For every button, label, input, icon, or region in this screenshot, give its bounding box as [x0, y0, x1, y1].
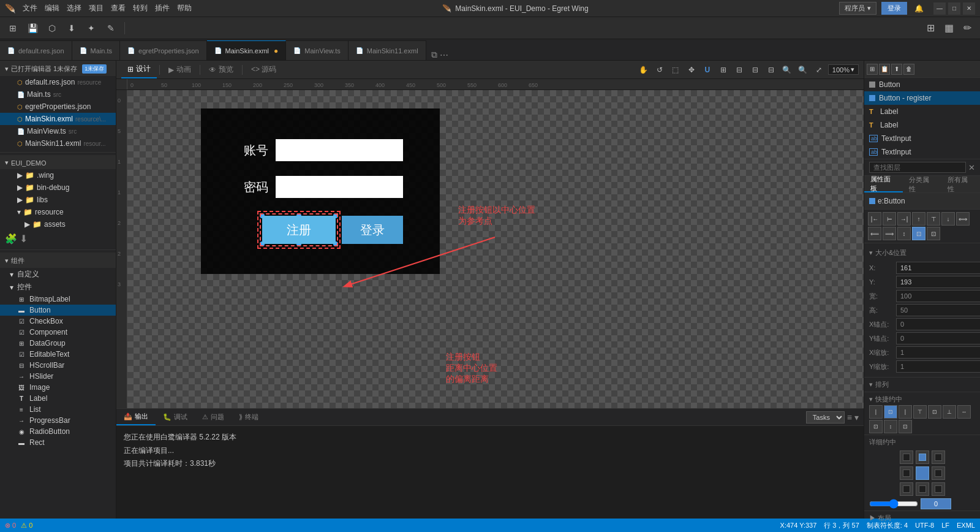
split-icon[interactable]: ⧉	[431, 50, 437, 60]
file-egret-props[interactable]: ⬡ egretProperties.json	[0, 101, 116, 113]
prop-y-input[interactable]	[896, 276, 980, 288]
project-libs[interactable]: ▶ 📁 libs	[0, 194, 116, 206]
detail-cell-center[interactable]	[916, 466, 929, 480]
bottom-tab-output[interactable]: 📤 输出	[116, 409, 156, 425]
menu-view[interactable]: 查看	[111, 3, 126, 13]
menu-edit[interactable]: 编辑	[45, 3, 59, 13]
maximize-button[interactable]: □	[948, 2, 960, 15]
grid1-btn[interactable]: ⊞	[717, 63, 730, 77]
layer-textinput-2[interactable]: ab TextInput	[864, 145, 980, 159]
tab-egret-props[interactable]: 📄 egretProperties.json	[120, 40, 206, 60]
quick-align-3[interactable]: ⊤	[913, 405, 927, 419]
align-btn-2[interactable]: →|	[897, 212, 911, 226]
props-tab-panel[interactable]: 属性面板	[864, 176, 903, 192]
prop-anchory-input[interactable]	[896, 332, 980, 344]
grid4-btn[interactable]: ⊟	[764, 63, 778, 77]
quick-align-9[interactable]: ⊡	[899, 420, 912, 433]
align-btn-6[interactable]: ⟺	[956, 212, 970, 226]
project-assets[interactable]: ▶ 📁 assets	[0, 218, 116, 230]
hand-tool-btn[interactable]: ✋	[637, 63, 650, 77]
layer-textinput-1[interactable]: ab TextInput	[864, 132, 980, 145]
toolbar-btn-1[interactable]: 💾	[24, 20, 40, 36]
align-btn-0[interactable]: |←	[868, 212, 881, 226]
menu-select[interactable]: 选择	[67, 3, 81, 13]
grid2-btn[interactable]: ⊟	[733, 63, 746, 77]
design-tab-code[interactable]: <> 源码	[245, 61, 282, 78]
prop-anchorx-input[interactable]	[896, 318, 980, 330]
toolbar-panel-btn[interactable]: ▦	[941, 20, 957, 36]
task-select[interactable]: Tasks	[806, 411, 845, 424]
align-btn-3[interactable]: ↑	[912, 212, 925, 226]
comp-radiobutton[interactable]: ◉ RadioButton	[0, 426, 116, 437]
file-default-res[interactable]: ⬡ default.res.json resource	[0, 76, 116, 88]
tab-default-res[interactable]: 📄 default.res.json	[0, 40, 72, 60]
bottom-tab-terminal[interactable]: ⟫ 终端	[232, 409, 266, 425]
bottom-tab-problems[interactable]: ⚠ 问题	[195, 409, 232, 425]
project-resource[interactable]: ▾ 📁 resource	[0, 206, 116, 218]
project-bin-debug[interactable]: ▶ 📁 bin-debug	[0, 181, 116, 194]
prop-scalex-input[interactable]	[896, 346, 980, 359]
fit-btn[interactable]: ⤢	[812, 63, 826, 77]
align-btn-7[interactable]: ⟸	[868, 227, 881, 240]
menu-plugins[interactable]: 插件	[155, 3, 170, 13]
layer-tool-0[interactable]: ⊞	[867, 64, 878, 75]
grid3-btn[interactable]: ⊟	[748, 63, 762, 77]
align-btn-5[interactable]: ↓	[941, 212, 955, 226]
comp-bitmap-label[interactable]: ⊞ BitmapLabel	[0, 294, 116, 305]
detail-value-input[interactable]	[921, 498, 951, 509]
user-button[interactable]: 程序员 ▾	[839, 2, 876, 15]
register-button[interactable]: 注册	[262, 216, 336, 244]
design-tab-preview[interactable]: 👁 预览	[203, 61, 239, 78]
align-btn-9[interactable]: ↕	[897, 227, 911, 240]
toolbar-layout-btn[interactable]: ⊞	[922, 20, 938, 36]
layer-button[interactable]: Button	[864, 78, 980, 91]
quick-align-2[interactable]: |	[899, 405, 912, 419]
project-wing[interactable]: ▶ 📁 .wing	[0, 169, 116, 181]
bell-icon[interactable]: 🔔	[914, 4, 924, 13]
align-btn-8[interactable]: ⟹	[883, 227, 896, 240]
close-button[interactable]: ✕	[963, 2, 975, 15]
menu-help[interactable]: 帮助	[177, 3, 192, 13]
menu-goto[interactable]: 转到	[133, 3, 148, 13]
comp-hscrollbar[interactable]: ⊟ HScrollBar	[0, 360, 116, 371]
quick-align-7[interactable]: ⊡	[869, 420, 883, 433]
props-tab-all[interactable]: 所有属性	[941, 176, 980, 192]
menu-file[interactable]: 文件	[23, 3, 37, 13]
search-layer-input[interactable]	[869, 162, 966, 173]
design-tab-design[interactable]: ⊞ 设计	[121, 61, 157, 78]
layer-label-2[interactable]: T Label	[864, 118, 980, 132]
layer-tool-3[interactable]: 🗑	[903, 64, 914, 75]
more-tabs-icon[interactable]: ⋯	[440, 50, 448, 60]
layer-button-register[interactable]: Button - register	[864, 91, 980, 105]
menu-project[interactable]: 项目	[89, 3, 104, 13]
comp-label[interactable]: T Label	[0, 393, 116, 404]
quick-align-4[interactable]: ⊡	[928, 405, 941, 419]
prop-x-input[interactable]	[896, 262, 980, 274]
toolbar-btn-4[interactable]: ✦	[83, 20, 99, 36]
zoom-in-btn[interactable]: 🔍	[780, 63, 794, 77]
search-clear-icon[interactable]: ✕	[968, 163, 975, 172]
layer-label-1[interactable]: T Label	[864, 105, 980, 118]
anchor-btn[interactable]: U	[701, 63, 714, 77]
clear-btn[interactable]: ▾	[854, 412, 859, 422]
align-btn-1[interactable]: ⊢	[883, 212, 896, 226]
props-tab-category[interactable]: 分类属性	[903, 176, 941, 192]
toolbar-edit-btn[interactable]: ✏	[959, 20, 975, 36]
align-btn-11[interactable]: ⊡	[927, 227, 940, 240]
file-mainskin11[interactable]: ⬡ MainSkin11.exml resour...	[0, 137, 116, 150]
comp-progressbar[interactable]: → ProgressBar	[0, 415, 116, 426]
comp-rect[interactable]: ▬ Rect	[0, 437, 116, 448]
comp-hslider[interactable]: → HSlider	[0, 371, 116, 382]
add-component-icon[interactable]: 🧩	[5, 233, 17, 245]
sort-btn[interactable]: ≡	[847, 412, 852, 422]
refresh-btn[interactable]: ↺	[653, 63, 666, 77]
move-btn[interactable]: ✥	[685, 63, 698, 77]
comp-image[interactable]: 🖼 Image	[0, 382, 116, 393]
tab-main-ts[interactable]: 📄 Main.ts	[72, 40, 120, 60]
file-mainskin[interactable]: ⬡ MainSkin.exml resource\...	[0, 113, 116, 125]
prop-scaley-input[interactable]	[896, 360, 980, 373]
toolbar-btn-0[interactable]: ⊞	[5, 20, 21, 36]
login-button[interactable]: 登录	[881, 2, 907, 15]
tab-mainview[interactable]: 📄 MainView.ts	[286, 40, 349, 60]
toolbar-btn-3[interactable]: ⬇	[64, 20, 80, 36]
